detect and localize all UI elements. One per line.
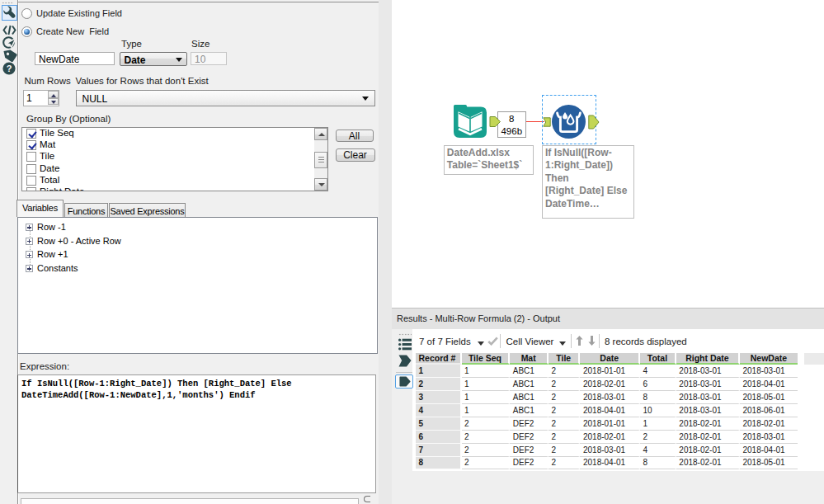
svg-text:?: ?	[7, 64, 12, 73]
